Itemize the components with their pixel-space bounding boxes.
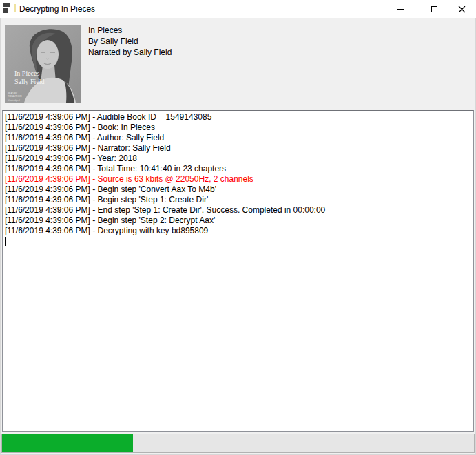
cover-edition-text: Unabridged — [8, 99, 20, 102]
book-cover-image: In Pieces Sally Field READ BY THE AUTHOR… — [5, 25, 81, 103]
log-line: [11/6/2019 4:39:06 PM] - Narrator: Sally… — [5, 143, 471, 154]
log-line: [11/6/2019 4:39:06 PM] - Begin step 'Ste… — [5, 215, 471, 226]
cover-readby-text2: THE AUTHOR — [8, 95, 22, 98]
book-title-line: In Pieces — [88, 25, 172, 36]
book-author-line: By Sally Field — [88, 36, 172, 47]
maximize-icon — [431, 6, 437, 12]
app-icon — [3, 3, 16, 14]
book-narrator-line: Narrated by Sally Field — [88, 47, 172, 58]
log-line: [11/6/2019 4:39:06 PM] - Author: Sally F… — [5, 133, 471, 143]
log-line: [11/6/2019 4:39:06 PM] - Year: 2018 — [5, 154, 471, 164]
log-line: [11/6/2019 4:39:06 PM] - Begin step 'Con… — [5, 184, 471, 195]
log-line: [11/6/2019 4:39:06 PM] - Audible Book ID… — [5, 112, 471, 123]
app-window: { "window": { "title": "Decrypting In Pi… — [0, 0, 476, 455]
close-button[interactable] — [448, 0, 476, 18]
cover-title-text: In Pieces — [14, 70, 39, 77]
log-line: [11/6/2019 4:39:06 PM] - Total Time: 10:… — [5, 164, 471, 174]
minimize-icon — [397, 9, 404, 10]
progress-fill — [2, 434, 133, 452]
text-caret — [5, 237, 6, 246]
title-bar: Decrypting In Pieces — [0, 0, 476, 18]
log-textbox[interactable]: [11/6/2019 4:39:06 PM] - Audible Book ID… — [2, 110, 474, 432]
progress-bar — [1, 434, 475, 453]
window-title: Decrypting In Pieces — [19, 0, 95, 18]
book-info: In Pieces By Sally Field Narrated by Sal… — [88, 25, 172, 58]
app-icon-accent — [14, 4, 16, 12]
log-line: [11/6/2019 4:39:06 PM] - End step 'Step … — [5, 205, 471, 215]
maximize-button[interactable] — [419, 0, 450, 18]
log-line: [11/6/2019 4:39:06 PM] - Book: In Pieces — [5, 123, 471, 133]
cover-author-text: Sally Field — [14, 78, 45, 85]
log-line: [11/6/2019 4:39:06 PM] - Decrypting with… — [5, 226, 471, 236]
close-icon — [458, 6, 466, 13]
log-line: [11/6/2019 4:39:06 PM] - Begin step 'Ste… — [5, 195, 471, 205]
log-line: [11/6/2019 4:39:06 PM] - Source is 63 kb… — [5, 174, 471, 184]
minimize-button[interactable] — [384, 0, 415, 18]
app-icon-block — [3, 3, 10, 7]
app-icon-block — [3, 8, 8, 13]
